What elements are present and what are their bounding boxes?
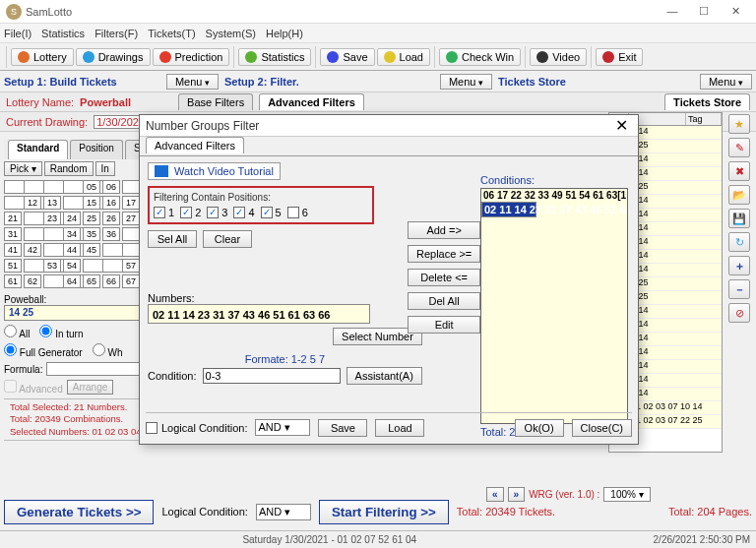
arrange-button[interactable]: Arrange xyxy=(67,380,114,395)
position-checkbox[interactable]: ✓2 xyxy=(180,207,201,218)
number-cell[interactable]: 21 xyxy=(4,212,22,225)
advanced-checkbox[interactable]: Advanced xyxy=(4,380,63,395)
number-cell[interactable]: 62 xyxy=(24,274,41,288)
menu-statistics[interactable]: Statistics xyxy=(41,28,85,39)
tab-position[interactable]: Position xyxy=(70,140,123,159)
step2-menu-button[interactable]: Menu xyxy=(440,74,492,90)
number-cell[interactable]: 44 xyxy=(63,243,81,257)
number-cell[interactable]: 15 xyxy=(83,196,100,210)
numbers-value[interactable]: 02 11 14 23 31 37 43 46 51 61 63 66 xyxy=(148,304,370,324)
tab-advanced-filters[interactable]: Advanced Filters xyxy=(259,93,364,110)
position-checkbox[interactable]: ✓3 xyxy=(207,207,227,218)
opt-all[interactable]: All xyxy=(4,325,30,339)
toolbar-checkwin[interactable]: Check Win xyxy=(439,48,521,66)
maximize-button[interactable]: ☐ xyxy=(689,3,719,21)
logical-select[interactable]: AND ▾ xyxy=(256,504,311,520)
opt-wheel[interactable]: Wh xyxy=(93,343,123,358)
number-cell[interactable]: 16 xyxy=(102,196,120,210)
number-cell[interactable]: 41 xyxy=(4,243,22,257)
tab-standard[interactable]: Standard xyxy=(8,140,68,159)
tab-tickets-store[interactable]: Tickets Store xyxy=(664,93,750,110)
disk-icon[interactable]: 💾 xyxy=(728,209,750,228)
number-cell[interactable]: 65 xyxy=(83,274,100,288)
tab-base-filters[interactable]: Base Filters xyxy=(178,93,253,110)
number-cell[interactable]: 42 xyxy=(24,243,41,257)
opt-inturn[interactable]: In turn xyxy=(39,325,83,339)
conditions-list[interactable]: 06 17 22 32 33 49 51 54 61 63[1 02 11 14… xyxy=(480,188,628,424)
condition-input[interactable] xyxy=(203,368,341,384)
toolbar-video[interactable]: Video xyxy=(530,48,587,66)
number-cell[interactable]: 34 xyxy=(63,227,81,241)
opt-fullgen[interactable]: Full Generator xyxy=(4,343,83,358)
number-cell[interactable]: 61 xyxy=(4,274,22,288)
number-cell[interactable]: 27 xyxy=(122,212,140,225)
number-cell[interactable]: 64 xyxy=(63,274,81,288)
dialog-ok-button[interactable]: Ok(O) xyxy=(515,419,564,437)
number-cell[interactable]: 67 xyxy=(122,274,140,288)
menu-system[interactable]: System(S) xyxy=(206,28,256,39)
watch-video-button[interactable]: Watch Video Tutorial xyxy=(148,162,281,180)
number-cell[interactable]: 06 xyxy=(102,180,120,194)
position-checkbox[interactable]: ✓1 xyxy=(154,207,174,218)
plus-icon[interactable]: ＋ xyxy=(728,256,750,275)
position-checkbox[interactable]: ✓4 xyxy=(233,207,254,218)
select-all-button[interactable]: Sel All xyxy=(148,230,197,248)
store-menu-button[interactable]: Menu xyxy=(700,74,752,90)
toolbar-prediction[interactable]: Prediction xyxy=(153,48,230,66)
clear-button[interactable]: Clear xyxy=(203,230,252,248)
edit-button[interactable]: Edit xyxy=(408,316,480,334)
menu-tickets[interactable]: Tickets(T) xyxy=(148,28,195,39)
number-cell[interactable]: 25 xyxy=(83,212,100,225)
minimize-button[interactable]: — xyxy=(658,3,687,21)
dialog-load-button[interactable]: Load xyxy=(375,419,424,437)
dialog-close-button[interactable]: ✕ xyxy=(611,116,632,135)
number-cell[interactable]: 51 xyxy=(4,259,22,273)
position-checkbox[interactable]: 6 xyxy=(287,207,308,218)
number-cell[interactable]: 26 xyxy=(102,212,120,225)
open-icon[interactable]: 📂 xyxy=(728,185,750,205)
menu-filters[interactable]: Filters(F) xyxy=(94,28,138,39)
random-button[interactable]: Random xyxy=(44,161,94,176)
other-button[interactable]: In xyxy=(95,161,115,176)
toolbar-save[interactable]: Save xyxy=(320,48,374,66)
number-cell[interactable]: 53 xyxy=(43,259,61,273)
star-icon[interactable]: ★ xyxy=(728,114,750,134)
toolbar-load[interactable]: Load xyxy=(377,48,430,66)
toolbar-drawings[interactable]: Drawings xyxy=(76,48,151,66)
brush-icon[interactable]: ✎ xyxy=(728,138,750,157)
number-cell[interactable]: 45 xyxy=(83,243,100,257)
number-cell[interactable]: 13 xyxy=(43,196,61,210)
number-cell[interactable]: 17 xyxy=(122,196,140,210)
menu-file[interactable]: File(I) xyxy=(4,28,32,39)
menu-help[interactable]: Help(H) xyxy=(266,28,303,39)
number-cell[interactable]: 35 xyxy=(83,227,100,241)
toolbar-lottery[interactable]: Lottery xyxy=(11,48,74,66)
delete-button[interactable]: Delete <= xyxy=(408,269,480,286)
number-cell[interactable]: 66 xyxy=(102,274,120,288)
delall-button[interactable]: Del All xyxy=(408,292,480,310)
close-button[interactable]: ✕ xyxy=(721,3,750,21)
delete-icon[interactable]: ✖ xyxy=(728,161,750,181)
minus-icon[interactable]: － xyxy=(728,279,750,299)
number-cell[interactable]: 54 xyxy=(63,259,81,273)
number-cell[interactable]: 05 xyxy=(83,180,100,194)
number-cell[interactable]: 23 xyxy=(43,212,61,225)
add-button[interactable]: Add => xyxy=(408,221,480,239)
assistant-button[interactable]: Assistant(A) xyxy=(346,367,422,385)
position-checkbox[interactable]: ✓5 xyxy=(261,207,282,218)
start-filtering-button[interactable]: Start Filtering >> xyxy=(319,500,449,524)
toolbar-statistics[interactable]: Statistics xyxy=(238,48,311,66)
condition-item[interactable]: 06 17 22 32 33 49 51 54 61 63[1 xyxy=(481,189,627,202)
number-cell[interactable]: 57 xyxy=(122,259,140,273)
dialog-logical-select[interactable]: AND ▾ xyxy=(255,419,310,436)
logical-condition-check[interactable]: Logical Condition: xyxy=(146,422,247,434)
clear-icon[interactable]: ⊘ xyxy=(728,303,750,323)
number-cell[interactable]: 31 xyxy=(4,227,22,241)
number-cell[interactable]: 36 xyxy=(102,227,120,241)
current-drawing-value[interactable]: 1/30/202 xyxy=(94,115,142,129)
toolbar-exit[interactable]: Exit xyxy=(596,48,643,66)
refresh-icon[interactable]: ↻ xyxy=(728,232,750,252)
pick-button[interactable]: Pick ▾ xyxy=(4,161,42,176)
step1-menu-button[interactable]: Menu xyxy=(166,74,219,90)
dialog-tab-advanced[interactable]: Advanced Filters xyxy=(146,137,244,153)
